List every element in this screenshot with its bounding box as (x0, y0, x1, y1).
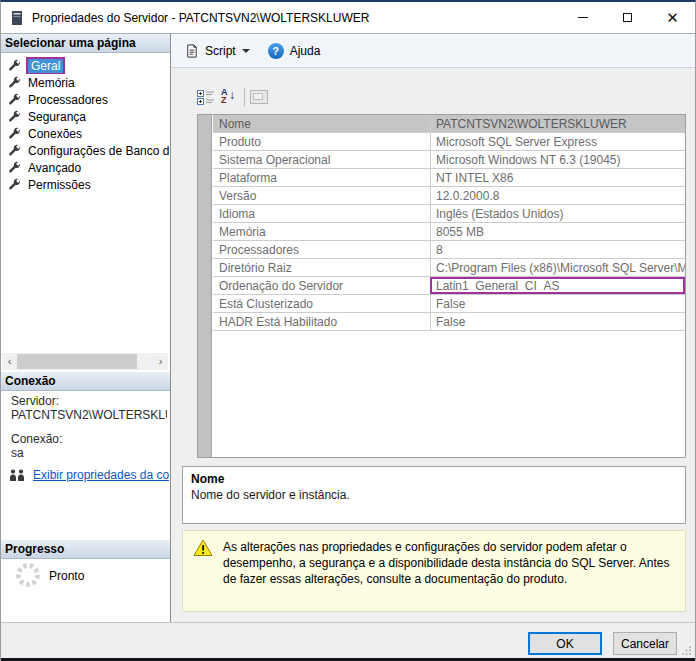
property-row-diretorio-raiz[interactable]: Diretório Raiz C:\Program Files (x86)\Mi… (213, 259, 685, 277)
scroll-right-icon[interactable]: › (153, 353, 168, 370)
warning-text: As alterações nas propriedades e configu… (223, 539, 679, 611)
maximize-button[interactable] (605, 2, 650, 33)
property-description-panel: Nome Nome do servidor e instância. (182, 466, 686, 524)
server-label: Servidor: (11, 394, 59, 408)
property-description-title: Nome (191, 472, 677, 486)
sidebar-item-label: Conexões (28, 127, 82, 141)
view-connection-properties-link[interactable]: Exibir propriedades da conexão (33, 468, 169, 482)
page-selector-header: Selecionar uma página (1, 34, 170, 53)
page-tree: Geral Memória Processadores Segurança Co… (1, 57, 169, 193)
scrollbar-thumb[interactable] (17, 354, 137, 369)
wrench-icon (8, 110, 21, 123)
property-name: Está Clusterizado (213, 295, 430, 312)
property-value: 12.0.2000.8 (430, 187, 685, 204)
page-tree-hscrollbar[interactable]: ‹ › (2, 353, 168, 370)
property-name: Idioma (213, 205, 430, 222)
property-row-processadores[interactable]: Processadores 8 (213, 241, 685, 259)
wrench-icon (8, 76, 21, 89)
property-grid-toolbar: AZ↓ (197, 87, 268, 107)
property-name: Diretório Raiz (213, 259, 430, 276)
property-value: C:\Program Files (x86)\Microsoft SQL Ser… (430, 259, 685, 276)
sidebar-item-seguranca[interactable]: Segurança (1, 108, 169, 125)
minimize-icon (578, 17, 588, 18)
ok-button[interactable]: OK (528, 632, 602, 655)
connection-value: sa (11, 446, 167, 460)
help-button-label: Ajuda (290, 44, 321, 58)
minimize-button[interactable] (560, 2, 605, 33)
property-value: NT INTEL X86 (430, 169, 685, 186)
wrench-icon (8, 144, 21, 157)
window-controls: ✕ (560, 2, 695, 33)
sidebar-item-label: Memória (28, 76, 75, 90)
property-name: Produto (213, 133, 430, 150)
property-row-memoria[interactable]: Memória 8055 MB (213, 223, 685, 241)
property-row-esta-clusterizado[interactable]: Está Clusterizado False (213, 295, 685, 313)
window-title: Propriedades do Servidor - PATCNTSVN2\WO… (32, 11, 369, 25)
cancel-button[interactable]: Cancelar (613, 632, 677, 655)
sidebar-item-label: Geral (28, 59, 63, 73)
server-value: PATCNTSVN2\WOLTERSKLUWER (11, 408, 167, 422)
progress-spinner-icon (14, 561, 42, 589)
close-button[interactable]: ✕ (650, 2, 695, 33)
property-value: False (430, 313, 685, 330)
sidebar-item-permissoes[interactable]: Permissões (1, 176, 169, 193)
property-value: Microsoft Windows NT 6.3 (19045) (430, 151, 685, 168)
property-name: Sistema Operacional (213, 151, 430, 168)
resize-grip[interactable] (681, 645, 692, 656)
property-value: Inglês (Estados Unidos) (430, 205, 685, 222)
scroll-left-icon[interactable]: ‹ (2, 353, 17, 370)
property-grid-margin (198, 115, 212, 457)
general-page-content: AZ↓ Nome PATCNTSVN2\WOLTERSKLUWER Produt… (171, 69, 695, 622)
property-pages-icon (250, 90, 268, 104)
sidebar-item-conexoes[interactable]: Conexões (1, 125, 169, 142)
titlebar: Propriedades do Servidor - PATCNTSVN2\WO… (1, 2, 695, 33)
property-name: Processadores (213, 241, 430, 258)
maximize-icon (623, 13, 632, 22)
sidebar-item-label: Avançado (28, 161, 81, 175)
wrench-icon (8, 59, 21, 72)
server-properties-dialog: Propriedades do Servidor - PATCNTSVN2\WO… (0, 0, 696, 661)
script-button-label: Script (205, 44, 236, 58)
page-content-pane: Script ? Ajuda AZ↓ (171, 33, 695, 622)
property-value: False (430, 295, 685, 312)
property-row-idioma[interactable]: Idioma Inglês (Estados Unidos) (213, 205, 685, 223)
chevron-down-icon (242, 49, 250, 53)
property-row-versao[interactable]: Versão 12.0.2000.8 (213, 187, 685, 205)
sidebar-item-configuracoes-banco-dados[interactable]: Configurações de Banco de Dados (1, 142, 169, 159)
script-button[interactable]: Script (179, 39, 255, 63)
dialog-footer: OK Cancelar (1, 622, 695, 660)
warning-icon (193, 539, 213, 611)
property-row-plataforma[interactable]: Plataforma NT INTEL X86 (213, 169, 685, 187)
sidebar-item-label: Processadores (28, 93, 108, 107)
close-icon: ✕ (666, 10, 679, 25)
sidebar-item-avancado[interactable]: Avançado (1, 159, 169, 176)
help-icon: ? (268, 43, 284, 59)
sidebar-item-memoria[interactable]: Memória (1, 74, 169, 91)
sidebar-item-processadores[interactable]: Processadores (1, 91, 169, 108)
property-value: 8055 MB (430, 223, 685, 240)
sidebar-item-geral[interactable]: Geral (1, 57, 169, 74)
property-name: HADR Está Habilitado (213, 313, 430, 330)
property-row-sistema-operacional[interactable]: Sistema Operacional Microsoft Windows NT… (213, 151, 685, 169)
alphabetical-sort-icon[interactable]: AZ↓ (221, 88, 239, 106)
connection-section-header: Conexão (1, 372, 170, 391)
property-row-nome[interactable]: Nome PATCNTSVN2\WOLTERSKLUWER (213, 115, 685, 133)
view-connection-properties-row: Exibir propriedades da conexão (9, 468, 169, 482)
wrench-icon (8, 178, 21, 191)
script-icon (184, 43, 199, 59)
progress-section-header: Progresso (1, 540, 170, 559)
help-button[interactable]: ? Ajuda (263, 39, 326, 63)
connection-label: Conexão: (11, 432, 62, 446)
property-row-ordenacao-servidor[interactable]: Ordenação do Servidor Latin1_General_CI_… (213, 277, 685, 295)
property-row-produto[interactable]: Produto Microsoft SQL Server Express (213, 133, 685, 151)
property-value: 8 (430, 241, 685, 258)
sidebar-item-label: Permissões (28, 178, 91, 192)
wrench-icon (8, 161, 21, 174)
property-row-hadr-habilitado[interactable]: HADR Está Habilitado False (213, 313, 685, 331)
sidebar-item-label: Configurações de Banco de Dados (28, 144, 169, 158)
app-icon (11, 10, 23, 26)
progress-status: Pronto (49, 569, 84, 583)
dialog-toolbar: Script ? Ajuda (171, 34, 695, 68)
property-name: Plataforma (213, 169, 430, 186)
categorized-view-icon[interactable] (197, 89, 215, 105)
